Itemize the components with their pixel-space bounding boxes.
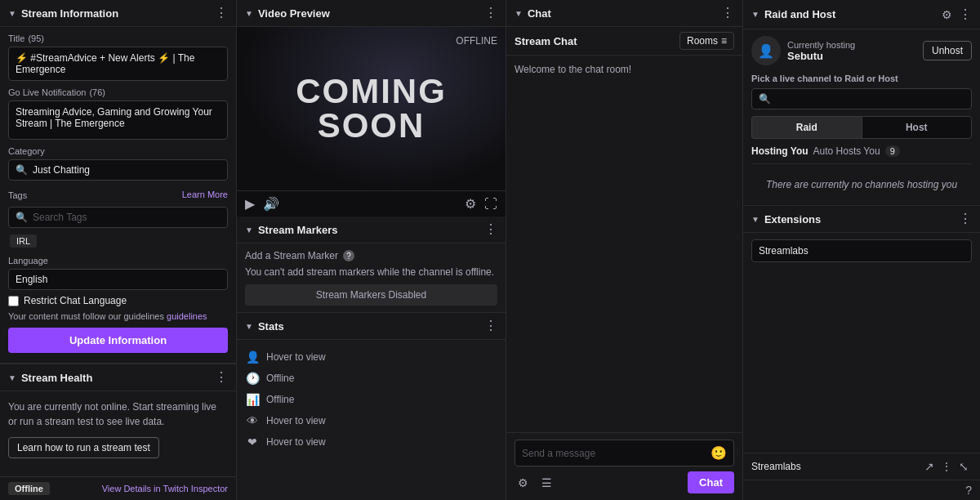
uptime-value: Offline [266, 373, 294, 384]
stream-info-more-icon[interactable]: ⋮ [215, 7, 228, 20]
raid-button[interactable]: Raid [751, 116, 862, 139]
title-label: Title (95) [8, 33, 228, 43]
raid-host-more-icon[interactable]: ⋮ [959, 7, 972, 22]
center-column: ▼ Video Preview ⋮ OFFLINE COMING SOON ▶ … [237, 0, 506, 500]
stream-markers-header: ▼ Stream Markers ⋮ [237, 217, 506, 243]
viewers-icon: 👤 [245, 350, 260, 364]
stream-health-more-icon[interactable]: ⋮ [215, 371, 228, 384]
restrict-chat-checkbox[interactable] [8, 296, 19, 306]
add-marker-help-icon[interactable]: ? [343, 250, 354, 261]
stats-chevron[interactable]: ▼ [245, 322, 253, 331]
video-preview-chevron[interactable]: ▼ [245, 9, 253, 18]
settings-icon[interactable]: ⚙ [465, 196, 476, 212]
restrict-chat-label: Restrict Chat Language [24, 295, 127, 306]
extensions-title: Extensions [764, 213, 959, 225]
add-marker-label: Add a Stream Marker [245, 250, 338, 261]
stream-markers-chevron[interactable]: ▼ [245, 225, 253, 234]
chat-chevron[interactable]: ▼ [514, 9, 523, 18]
fullscreen-icon[interactable]: ⛶ [484, 197, 497, 212]
welcome-message: Welcome to the chat room! [514, 64, 734, 75]
language-label: Language [8, 256, 228, 266]
stream-info-chevron[interactable]: ▼ [8, 9, 16, 18]
raid-host-gear-icon[interactable]: ⚙ [942, 8, 952, 21]
auto-hosts-label: Auto Hosts You [813, 145, 880, 157]
video-preview-more-icon[interactable]: ⋮ [484, 7, 497, 20]
stream-test-button[interactable]: Learn how to run a stream test [8, 437, 159, 458]
uptime-icon: 🕐 [245, 372, 260, 385]
stats-content: 👤 Hover to view 🕐 Offline 📊 Offline 👁 Ho… [237, 340, 506, 459]
stream-markers-panel: ▼ Stream Markers ⋮ Add a Stream Marker ?… [237, 217, 506, 313]
rooms-button[interactable]: Rooms ≡ [679, 32, 734, 50]
stats-panel: ▼ Stats ⋮ 👤 Hover to view 🕐 Offline 📊 Of… [237, 313, 506, 500]
stream-info-title: Stream Information [21, 7, 215, 20]
tag-irl[interactable]: IRL [10, 234, 37, 248]
stat-row-followers: ❤ Hover to view [245, 431, 497, 453]
chat-commands-button[interactable]: ☰ [538, 475, 555, 491]
stats-header: ▼ Stats ⋮ [237, 313, 506, 340]
learn-more-link[interactable]: Learn More [182, 190, 228, 199]
stream-health-title: Stream Health [21, 372, 215, 384]
help-button[interactable]: ? [965, 484, 972, 497]
chat-panel-title: Chat [528, 7, 721, 20]
streamlabs-external-link-icon[interactable]: ↗ [921, 458, 938, 475]
tags-search-wrapper[interactable]: 🔍 [8, 207, 228, 228]
go-live-value[interactable]: Streaming Advice, Gaming and Growing You… [8, 100, 228, 140]
search-channel-input[interactable] [776, 93, 964, 105]
chat-settings-button[interactable]: ⚙ [514, 475, 532, 491]
streamlabs-more-icon[interactable]: ⋮ [938, 458, 956, 475]
stream-info-content: Title (95) ⚡ #StreamAdvice + New Alerts … [0, 27, 236, 363]
streamlabs-expand-icon[interactable]: ⤡ [956, 458, 972, 475]
extensions-select[interactable]: Streamlabs [751, 239, 972, 262]
stream-chat-label: Stream Chat [514, 35, 679, 47]
stream-markers-more-icon[interactable]: ⋮ [484, 223, 497, 236]
category-input-wrapper[interactable]: 🔍 [8, 159, 228, 181]
video-preview-content: OFFLINE COMING SOON [237, 27, 506, 190]
extensions-more-icon[interactable]: ⋮ [959, 212, 972, 225]
twitch-inspector-link[interactable]: View Details in Twitch Inspector [102, 484, 228, 493]
help-bottom: ? [743, 480, 980, 500]
views-icon: 👁 [245, 414, 260, 427]
pick-channel-label: Pick a live channel to Raid or Host [751, 74, 972, 83]
hosting-avatar: 👤 [751, 36, 781, 65]
unhost-button[interactable]: Unhost [923, 41, 972, 60]
hosting-you-label: Hosting You [751, 145, 808, 157]
raid-host-panel: ▼ Raid and Host ⚙ ⋮ 👤 Currently hosting … [743, 0, 980, 206]
restrict-chat-row: Restrict Chat Language [8, 295, 228, 306]
stream-info-header: ▼ Stream Information ⋮ [0, 0, 236, 27]
left-column: ▼ Stream Information ⋮ Title (95) ⚡ #Str… [0, 0, 237, 500]
stream-info-panel: ▼ Stream Information ⋮ Title (95) ⚡ #Str… [0, 0, 236, 364]
title-value[interactable]: ⚡ #StreamAdvice + New Alerts ⚡ | The Eme… [8, 47, 228, 81]
views-value: Hover to view [266, 415, 326, 426]
play-icon[interactable]: ▶ [245, 196, 255, 212]
chat-send-button[interactable]: Chat [688, 471, 734, 493]
chat-input-row: 🙂 [514, 440, 734, 467]
volume-icon[interactable]: 🔊 [263, 196, 279, 212]
language-select[interactable]: English [8, 269, 228, 290]
guidelines-link[interactable]: guidelines [167, 311, 207, 321]
chat-message-input[interactable] [522, 448, 710, 459]
tags-search-input[interactable] [33, 212, 220, 223]
streamlabs-bar: Streamlabs ↗ ⋮ ⤡ [743, 453, 980, 480]
health-message: You are currently not online. Start stre… [8, 400, 228, 429]
video-preview-panel: ▼ Video Preview ⋮ OFFLINE COMING SOON ▶ … [237, 0, 506, 217]
hosting-name: Sebutu [787, 50, 916, 62]
emoji-icon[interactable]: 🙂 [710, 445, 727, 461]
chat-messages: Welcome to the chat room! [506, 56, 742, 432]
add-marker-row: Add a Stream Marker ? [245, 250, 497, 261]
extensions-chevron[interactable]: ▼ [751, 215, 760, 224]
video-preview-title: Video Preview [258, 7, 484, 20]
raid-host-chevron[interactable]: ▼ [751, 10, 760, 19]
host-button[interactable]: Host [862, 116, 973, 139]
stream-health-header: ▼ Stream Health ⋮ [0, 364, 236, 391]
stream-health-chevron[interactable]: ▼ [8, 373, 16, 382]
followers-icon: ❤ [245, 435, 260, 449]
chat-header-row: Stream Chat Rooms ≡ [506, 27, 742, 56]
chat-panel-header: ▼ Chat ⋮ [506, 0, 742, 27]
stats-more-icon[interactable]: ⋮ [484, 319, 497, 333]
rooms-icon: ≡ [721, 35, 727, 47]
chat-more-icon[interactable]: ⋮ [721, 7, 734, 20]
no-hosting-text: There are currently no channels hosting … [751, 171, 972, 199]
category-input[interactable] [33, 164, 220, 176]
update-info-button[interactable]: Update Information [8, 328, 228, 353]
chat-column: ▼ Chat ⋮ Stream Chat Rooms ≡ Welcome to … [506, 0, 743, 500]
